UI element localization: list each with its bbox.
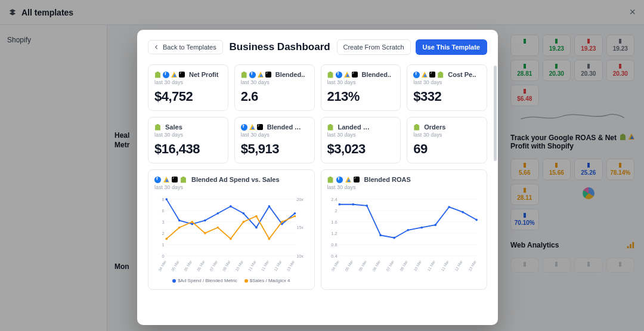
create-from-scratch-button[interactable]: Create From Scratch [337, 39, 411, 55]
fb-icon [336, 72, 342, 78]
shopify-icon [437, 72, 444, 78]
kpi-card: Blended..last 30 days2.6 [234, 64, 315, 111]
svg-text:10x: 10x [296, 253, 304, 259]
svg-text:0.4: 0.4 [331, 253, 337, 259]
kpi-period: last 30 days [413, 79, 481, 85]
fb-icon [163, 72, 169, 78]
kpi-period: last 30 days [154, 132, 222, 138]
kpi-value: $3,023 [327, 141, 395, 157]
shopify-icon [413, 124, 420, 131]
shopify-icon [327, 72, 334, 78]
svg-text:11 Mar: 11 Mar [439, 259, 449, 272]
svg-text:07 Mar: 07 Mar [385, 259, 395, 272]
modal-header: Back to Templates Business Dashboard Cre… [148, 39, 487, 55]
kpi-period: last 30 days [327, 132, 395, 138]
use-this-template-button[interactable]: Use This Template [416, 39, 487, 55]
svg-point-30 [178, 219, 181, 222]
kpi-value: $332 [413, 89, 481, 104]
svg-point-78 [393, 237, 395, 239]
kpi-card: Saleslast 30 days$16,438 [148, 117, 228, 163]
svg-text:10 Mar: 10 Mar [412, 259, 422, 272]
svg-point-77 [379, 234, 382, 237]
facebook-icon [336, 177, 343, 183]
svg-point-34 [230, 205, 232, 208]
svg-text:1.6: 1.6 [331, 219, 337, 225]
kpi-period: last 30 days [154, 79, 222, 85]
svg-point-45 [230, 238, 232, 240]
kpi-value: $4,752 [154, 89, 222, 104]
kpi-label: Landed Costs [338, 123, 374, 131]
svg-text:11 Mar: 11 Mar [260, 259, 270, 272]
kpi-card: Cost Pe..last 30 days$332 [407, 64, 487, 111]
svg-text:3: 3 [162, 219, 164, 225]
modal-scrollbar[interactable] [494, 66, 497, 161]
chart-legend: $Ad Spend / Blended Metric $Sales / Madg… [154, 278, 308, 283]
svg-point-46 [243, 221, 245, 223]
svg-text:13 Mar: 13 Mar [286, 259, 295, 272]
svg-point-83 [462, 211, 464, 214]
kpi-label: Blended.. [362, 71, 392, 78]
svg-text:04 Mar: 04 Mar [330, 259, 340, 272]
svg-text:08 Mar: 08 Mar [222, 259, 231, 272]
kpi-value: 69 [413, 141, 481, 157]
kpi-label: Sales [165, 123, 182, 131]
svg-text:06 Mar: 06 Mar [196, 259, 206, 272]
kpi-period: last 30 days [241, 79, 308, 85]
svg-text:11 Mar: 11 Mar [247, 259, 257, 272]
svg-text:12 Mar: 12 Mar [453, 259, 463, 272]
back-button[interactable]: Back to Templates [148, 40, 223, 54]
shopify-icon [241, 72, 247, 78]
svg-point-80 [420, 227, 423, 229]
svg-point-42 [191, 221, 193, 223]
fb-icon [413, 72, 420, 78]
svg-point-39 [294, 212, 296, 215]
svg-point-41 [178, 227, 181, 229]
chart-period: last 30 days [154, 184, 308, 190]
kpi-label: Blended.. [275, 71, 305, 78]
svg-point-47 [255, 215, 258, 218]
svg-point-49 [281, 221, 283, 223]
chart-card-adspend-sales: Blended Ad Spend vs. Sales last 30 days … [148, 169, 315, 290]
svg-point-37 [268, 205, 271, 208]
svg-text:13 Mar: 13 Mar [467, 259, 476, 272]
ga-icon [249, 124, 255, 130]
chart-title: Blended ROAS [364, 176, 411, 183]
chart-title: Blended Ad Spend vs. Sales [191, 176, 280, 183]
shopify-icon [154, 72, 161, 78]
tt-icon [352, 72, 358, 78]
svg-point-40 [165, 238, 168, 240]
modal-title: Business Dashboard [230, 41, 330, 53]
svg-point-36 [255, 227, 258, 229]
svg-text:2: 2 [162, 231, 164, 236]
tt-icon [257, 124, 263, 130]
chart-svg-adspend: 01236810x15x20x04 Mar05 Mar05 Mar06 Mar0… [154, 194, 308, 274]
chart-svg-roas: 0.40.81.21.622.404 Mar05 Mar05 Mar06 Mar… [327, 194, 481, 274]
ga-icon [344, 72, 350, 78]
svg-text:2.4: 2.4 [331, 197, 337, 202]
kpi-label: Blended Ad.. [267, 123, 303, 131]
tiktok-icon [172, 177, 178, 182]
kpi-card: Net Profitlast 30 days$4,752 [148, 64, 228, 111]
google-ads-icon [163, 177, 169, 182]
svg-point-43 [204, 232, 206, 234]
svg-text:11 Mar: 11 Mar [426, 259, 435, 272]
chart-card-roas: Blended ROAS last 30 days 0.40.81.21.622… [321, 169, 488, 290]
svg-point-44 [216, 227, 219, 229]
shopify-icon [327, 177, 334, 183]
tt-icon [429, 72, 435, 78]
chart-grid: Blended Ad Spend vs. Sales last 30 days … [148, 169, 487, 290]
ga-icon [422, 72, 428, 78]
svg-point-81 [434, 224, 436, 226]
fb-icon [241, 124, 247, 131]
ga-icon [258, 72, 264, 78]
kpi-card: Blended..last 30 days213% [321, 64, 401, 111]
chevron-left-icon [154, 45, 159, 50]
tt-icon [265, 72, 271, 78]
kpi-value: 213% [327, 89, 395, 104]
svg-point-32 [204, 219, 206, 222]
svg-text:0: 0 [162, 253, 164, 259]
ga-icon [171, 72, 177, 78]
shopify-icon [327, 124, 334, 131]
svg-text:6: 6 [162, 208, 164, 214]
svg-point-48 [268, 238, 271, 240]
